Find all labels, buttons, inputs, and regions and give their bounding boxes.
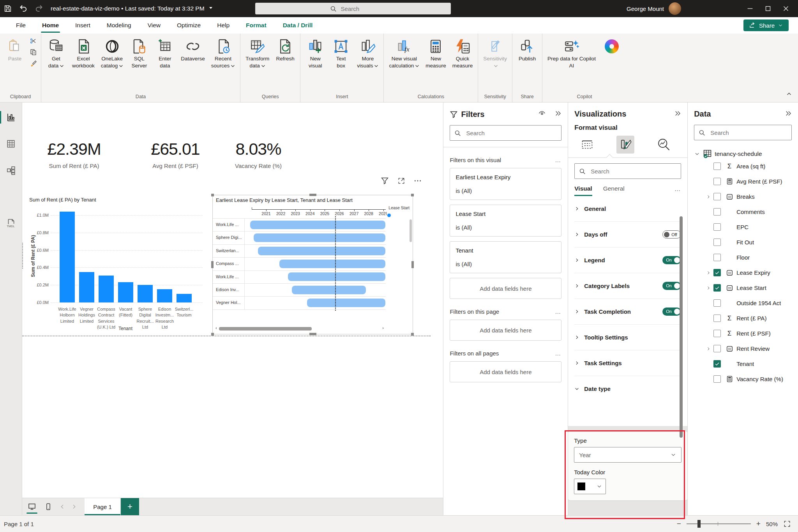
selection-handle[interactable] — [411, 261, 414, 268]
field-avg-rent-psf[interactable]: Avg Rent (£ PSF) — [694, 174, 792, 189]
focus-mode-icon[interactable] — [397, 177, 405, 185]
format-section-days-off[interactable]: Days offOff — [574, 221, 681, 247]
checkbox-rent-psf[interactable] — [713, 330, 721, 337]
chevron-right-icon[interactable] — [706, 270, 711, 275]
dataverse-button[interactable]: Dataverse — [178, 36, 208, 64]
format-section-tooltip-settings[interactable]: Tooltip Settings — [574, 324, 681, 350]
save-icon[interactable] — [0, 0, 16, 17]
enter-data-button[interactable]: Enterdata — [152, 36, 177, 71]
scissors-button[interactable] — [30, 37, 37, 46]
page-tab[interactable]: Page 1 — [85, 498, 121, 515]
more-options-icon[interactable] — [414, 177, 422, 185]
sidebar-item-table-view[interactable] — [0, 136, 22, 152]
analytics-icon[interactable] — [655, 136, 673, 154]
menu-optimize[interactable]: Optimize — [169, 17, 209, 34]
kpi-card-avg-rent-psf[interactable]: £65.01Avg Rent (£ PSF) — [132, 140, 218, 169]
text-box-button[interactable]: Textbox — [328, 36, 353, 71]
menu-data-drill[interactable]: Data / Drill — [275, 17, 321, 34]
fit-to-page-icon[interactable] — [783, 520, 791, 528]
toggle-category-labels[interactable]: On — [662, 282, 681, 290]
maximize-button[interactable] — [759, 0, 777, 17]
bar-chart-visual[interactable]: Sum of Rent (£ PA) by TenantSum of Rent … — [26, 195, 210, 333]
field-outside-1954-act[interactable]: Outside 1954 Act — [694, 295, 792, 311]
format-painter-button[interactable] — [30, 60, 37, 69]
report-canvas[interactable]: £2.39MSum of Rent (£ PA)£65.01Avg Rent (… — [22, 103, 443, 498]
copy-button[interactable] — [30, 48, 37, 57]
menu-help[interactable]: Help — [209, 17, 238, 34]
checkbox-area-sq-ft[interactable] — [713, 163, 721, 170]
filter-card-tenant[interactable]: Tenantis (All) — [450, 241, 561, 273]
gantt-v-scrollbar[interactable] — [410, 219, 412, 242]
bar[interactable] — [138, 285, 153, 302]
next-page-icon[interactable] — [68, 498, 80, 515]
menu-file[interactable]: File — [8, 17, 34, 34]
build-visual-icon[interactable] — [578, 136, 596, 154]
minimize-button[interactable] — [741, 0, 759, 17]
field-rent-review[interactable]: Rent Review — [694, 341, 792, 356]
selection-handle[interactable] — [211, 194, 214, 196]
section-more-options-icon[interactable]: … — [555, 157, 561, 163]
format-section-legend[interactable]: LegendOn — [574, 247, 681, 273]
menu-home[interactable]: Home — [34, 17, 67, 34]
sidebar-item-model-view[interactable] — [0, 163, 22, 178]
gantt-bar[interactable] — [250, 221, 386, 229]
gantt-h-scrollbar[interactable] — [219, 327, 312, 331]
zoom-out-button[interactable]: − — [677, 520, 681, 528]
add-data-fields-dropzone[interactable]: Add data fields here — [450, 320, 561, 341]
zoom-slider-thumb[interactable] — [697, 520, 701, 528]
data-search[interactable] — [694, 125, 792, 140]
gantt-bar[interactable] — [279, 260, 386, 268]
tab-general[interactable]: General — [603, 185, 625, 196]
field-area-sq-ft[interactable]: ΣArea (sq ft) — [694, 159, 792, 174]
bar[interactable] — [99, 276, 114, 302]
chevron-down-icon[interactable] — [694, 151, 700, 157]
menu-format[interactable]: Format — [238, 17, 275, 34]
checkbox-breaks[interactable] — [713, 193, 721, 200]
format-section-general[interactable]: General — [574, 196, 681, 221]
share-button[interactable]: Share — [743, 19, 789, 31]
kpi-card-vacancy-rate[interactable]: 8.03%Vacancy Rate (%) — [215, 140, 301, 169]
zoom-slider[interactable] — [687, 523, 751, 524]
field-breaks[interactable]: Breaks — [694, 189, 792, 204]
field-tenant[interactable]: Tenant — [694, 356, 792, 371]
copilot-button[interactable] — [599, 36, 624, 57]
title-dropdown-icon[interactable] — [208, 5, 214, 12]
global-search[interactable] — [255, 3, 451, 14]
sidebar-item-dax-query-view[interactable] — [0, 189, 22, 205]
field-comments[interactable]: Comments — [694, 204, 792, 219]
field-epc[interactable]: EPC — [694, 219, 792, 235]
gantt-bar[interactable] — [254, 233, 385, 242]
menu-view[interactable]: View — [139, 17, 169, 34]
paste-button[interactable]: Paste — [2, 36, 27, 64]
data-search-input[interactable] — [710, 129, 789, 136]
collapse-pane-icon[interactable] — [785, 110, 792, 118]
menu-modeling[interactable]: Modeling — [99, 17, 139, 34]
gantt-bar[interactable] — [307, 299, 385, 307]
chevron-right-icon[interactable] — [706, 346, 711, 351]
selection-handle[interactable] — [411, 194, 414, 196]
field-vacancy-rate[interactable]: Vacancy Rate (%) — [694, 371, 792, 387]
checkbox-fit-out[interactable] — [713, 239, 721, 246]
more-visuals-button[interactable]: Morevisuals — [354, 36, 381, 71]
viz-search-input[interactable] — [590, 168, 677, 175]
new-visual-button[interactable]: Newvisual — [303, 36, 328, 71]
field-floor[interactable]: Floor — [694, 250, 792, 265]
eye-icon[interactable] — [538, 110, 546, 119]
field-rent-psf[interactable]: ΣRent (£ PSF) — [694, 326, 792, 341]
collapse-pane-icon[interactable] — [674, 110, 681, 118]
checkbox-avg-rent-psf[interactable] — [713, 178, 721, 185]
avatar[interactable] — [669, 2, 681, 15]
selection-handle[interactable] — [411, 333, 414, 336]
filter-icon[interactable] — [381, 177, 389, 185]
checkbox-lease-start[interactable] — [713, 284, 721, 292]
refresh-button[interactable]: Refresh — [273, 36, 298, 64]
collapse-ribbon-icon[interactable] — [786, 90, 793, 99]
selection-handle[interactable] — [211, 261, 214, 268]
gantt-chart-visual[interactable]: Earliest Lease Expiry by Lease Start, Te… — [212, 195, 413, 334]
today-color-dropdown[interactable] — [574, 479, 606, 494]
checkbox-epc[interactable] — [713, 223, 721, 231]
redo-icon[interactable] — [31, 0, 47, 17]
sidebar-item-tmdl-view[interactable]: TMDL — [0, 216, 22, 231]
account-area[interactable]: George Mount — [627, 2, 681, 15]
field-lease-start[interactable]: Lease Start — [694, 280, 792, 295]
